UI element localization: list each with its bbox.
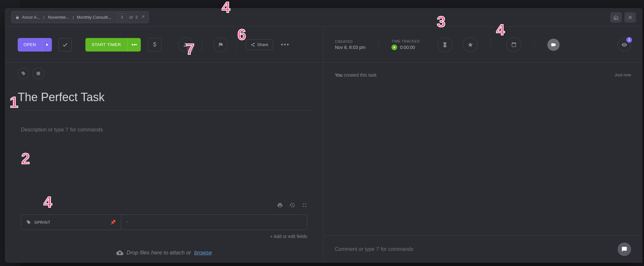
browse-link[interactable]: browse <box>194 250 212 256</box>
created-label: CREATED <box>335 40 366 43</box>
tag-row <box>5 63 323 84</box>
breadcrumb: Ancor A... ❯ Novembe... ❯ Monthly Consul… <box>11 11 149 23</box>
add-fields-button[interactable]: + Add or edit fields <box>5 230 323 243</box>
pin-icon[interactable]: 📌 <box>110 220 116 225</box>
divider <box>237 38 237 51</box>
divider <box>378 38 379 51</box>
more-actions-button[interactable]: ••• <box>281 41 290 48</box>
breadcrumb-item[interactable]: Monthly Consulti... <box>77 15 111 20</box>
cloud-upload-icon <box>116 249 123 256</box>
minimize-button[interactable] <box>610 12 622 23</box>
start-timer-button[interactable]: START TIMER <box>85 38 128 52</box>
sprint-label: SPRINT 📌 <box>21 215 121 230</box>
due-date-button[interactable] <box>506 37 521 52</box>
task-toolbar: OPEN START TIMER ••• $ <box>5 27 323 63</box>
activity-feed: You created this task Just now <box>324 63 643 235</box>
task-title-input[interactable] <box>5 84 323 110</box>
timer-group: START TIMER ••• <box>85 38 141 52</box>
hourglass-icon <box>442 42 448 48</box>
breadcrumb-item[interactable]: Ancor A... <box>22 15 40 20</box>
calendar-icon <box>511 42 517 48</box>
sprint-value[interactable]: - <box>121 215 307 230</box>
divider <box>491 38 491 51</box>
task-left-panel: OPEN START TIMER ••• $ <box>5 27 324 263</box>
activity-text: You created this task <box>335 72 377 78</box>
modal-body: OPEN START TIMER ••• $ <box>5 27 642 263</box>
priority-button[interactable] <box>213 37 228 52</box>
complete-button[interactable] <box>58 38 72 52</box>
subtasks-button[interactable] <box>33 68 44 79</box>
budget-button[interactable]: $ <box>148 38 161 52</box>
assignee-button[interactable]: + <box>178 37 193 52</box>
activity-timestamp: Just now <box>615 72 631 78</box>
divider <box>11 110 311 111</box>
task-modal: Ancor A... ❯ Novembe... ❯ Monthly Consul… <box>5 8 642 263</box>
expand-icon[interactable] <box>302 202 307 208</box>
ellipsis-icon: ••• <box>131 42 137 48</box>
history-icon[interactable] <box>289 202 295 208</box>
lock-icon <box>15 15 19 19</box>
activity-action: created this task <box>342 72 377 78</box>
pagination: 3 of 3 <box>117 14 145 21</box>
watchers-count: 1 <box>626 37 632 43</box>
page-total: 3 <box>135 15 138 20</box>
watchers-button[interactable]: 1 <box>618 38 631 52</box>
timer-menu-button[interactable]: ••• <box>127 38 141 52</box>
created-value: Nov 8, 8:03 pm <box>335 45 366 50</box>
chevron-right-icon: ❯ <box>72 15 74 19</box>
description-actions <box>5 202 323 214</box>
header-actions <box>610 12 636 23</box>
estimate-button[interactable] <box>437 37 452 52</box>
divider <box>202 38 202 51</box>
attach-text: Drop files here to attach or <box>127 250 191 256</box>
eye-icon <box>621 42 627 48</box>
activity-user: You <box>335 72 343 78</box>
comment-input[interactable] <box>335 246 618 252</box>
sprint-field[interactable]: SPRINT 📌 - <box>21 214 307 230</box>
sprint-points-button[interactable] <box>463 37 478 52</box>
description-input[interactable]: Description or type '/' for commands <box>5 117 323 202</box>
breadcrumb-item[interactable]: Novembe... <box>48 15 69 20</box>
minimize-icon <box>613 14 619 20</box>
print-icon[interactable] <box>277 202 283 208</box>
tags-button[interactable] <box>18 68 29 79</box>
attachment-dropzone[interactable]: Drop files here to attach or browse <box>5 243 323 263</box>
page-of: of <box>129 15 133 20</box>
send-comment-button[interactable] <box>618 242 631 256</box>
divider <box>534 38 534 51</box>
status-group: OPEN <box>18 38 52 52</box>
info-toolbar: CREATED Nov 8, 8:03 pm TIME TRACKED 0:00… <box>324 27 643 63</box>
activity-item: You created this task Just now <box>335 72 631 78</box>
star-icon <box>467 42 473 48</box>
time-tracked-block: TIME TRACKED 0:00:00 <box>391 39 420 50</box>
chat-icon <box>621 246 627 252</box>
flag-icon <box>218 42 224 48</box>
chevron-right-icon: ❯ <box>43 15 45 19</box>
tracked-label: TIME TRACKED <box>391 39 420 43</box>
page-current[interactable]: 3 <box>117 14 127 21</box>
subtask-icon <box>36 71 41 76</box>
video-icon <box>551 42 556 48</box>
status-button[interactable]: OPEN <box>18 38 42 52</box>
status-next-button[interactable] <box>42 38 52 52</box>
record-clip-button[interactable] <box>547 39 560 51</box>
share-button[interactable]: Share <box>246 39 273 50</box>
chevron-right-icon <box>45 43 49 47</box>
tag-icon <box>21 71 26 76</box>
share-icon <box>251 43 255 47</box>
external-link-icon[interactable] <box>140 15 145 20</box>
tracked-value-row[interactable]: 0:00:00 <box>391 44 420 50</box>
sprint-label-text: SPRINT <box>34 220 51 225</box>
close-icon <box>627 14 633 20</box>
share-label: Share <box>257 42 268 47</box>
tracked-value: 0:00:00 <box>400 45 415 50</box>
play-icon <box>391 44 397 50</box>
modal-header: Ancor A... ❯ Novembe... ❯ Monthly Consul… <box>5 8 642 27</box>
comment-bar <box>324 235 643 263</box>
add-assignee-icon: + <box>187 46 193 52</box>
created-block: CREATED Nov 8, 8:03 pm <box>335 40 366 50</box>
task-right-panel: CREATED Nov 8, 8:03 pm TIME TRACKED 0:00… <box>324 27 643 263</box>
tag-icon <box>26 220 31 224</box>
check-icon <box>62 42 68 48</box>
close-button[interactable] <box>624 12 636 23</box>
